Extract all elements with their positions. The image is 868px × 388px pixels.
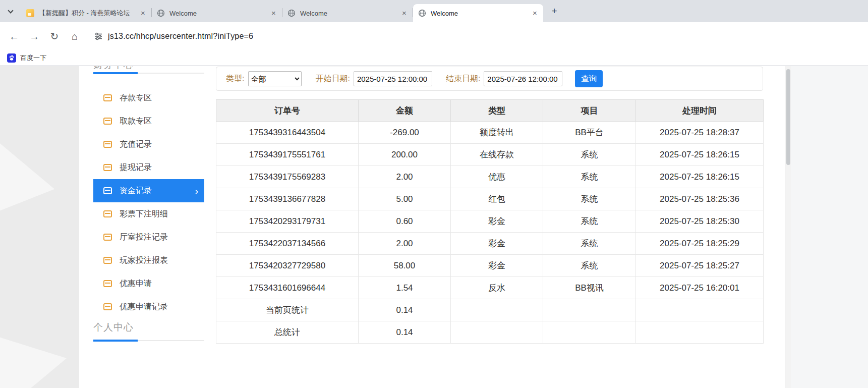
table-cell: 2.00 bbox=[359, 166, 451, 188]
end-date-input[interactable] bbox=[484, 71, 562, 86]
table-cell: 彩金 bbox=[451, 210, 543, 233]
table-cell: 2.00 bbox=[359, 233, 451, 255]
close-tab-icon[interactable]: × bbox=[139, 9, 147, 18]
forum-favicon bbox=[26, 9, 34, 17]
forward-button[interactable]: → bbox=[25, 27, 43, 45]
close-tab-icon[interactable]: × bbox=[400, 9, 409, 18]
type-select[interactable]: 全部 bbox=[248, 71, 302, 86]
tab-separator bbox=[413, 8, 413, 17]
table-cell: 1753439175551761 bbox=[216, 144, 359, 166]
table-cell: 彩金 bbox=[451, 233, 543, 255]
table-row: 当前页统计0.14 bbox=[216, 299, 764, 321]
page-left-decoration bbox=[0, 66, 79, 388]
table-cell: 0.14 bbox=[359, 321, 451, 344]
sidebar-item-withdraw-zone[interactable]: 取款专区 bbox=[93, 109, 204, 133]
close-tab-icon[interactable]: × bbox=[531, 9, 539, 18]
player-bet-report-icon bbox=[103, 257, 112, 264]
table-cell: 1753439316443504 bbox=[216, 122, 359, 144]
browser-tab[interactable]: Welcome× bbox=[413, 4, 543, 22]
browser-tab[interactable]: Welcome× bbox=[152, 4, 282, 22]
table-cell: 系统 bbox=[543, 144, 636, 166]
table-cell bbox=[636, 299, 764, 321]
new-tab-button[interactable]: + bbox=[547, 4, 561, 18]
table-cell bbox=[543, 321, 636, 344]
sidebar-item-recharge-records[interactable]: 充值记录 bbox=[93, 133, 204, 156]
table-row: 1753439316443504-269.00额度转出BB平台2025-07-2… bbox=[216, 122, 764, 144]
table-cell bbox=[636, 321, 764, 344]
sidebar-item-label: 优惠申请 bbox=[120, 279, 152, 289]
start-date-input[interactable] bbox=[354, 71, 432, 86]
table-cell: 1753431601696644 bbox=[216, 277, 359, 299]
table-cell: 0.14 bbox=[359, 299, 451, 321]
table-cell: -269.00 bbox=[359, 122, 451, 144]
sidebar-item-label: 玩家投注报表 bbox=[120, 255, 168, 266]
sidebar-item-withdrawal-records[interactable]: 提现记录 bbox=[93, 156, 204, 179]
site-info-icon[interactable] bbox=[91, 29, 106, 44]
table-row: 17534202931797310.60彩金系统2025-07-25 18:25… bbox=[216, 210, 764, 233]
table-cell: 0.60 bbox=[359, 210, 451, 233]
tab-search-button[interactable] bbox=[4, 4, 18, 18]
sidebar-item-player-bet-report[interactable]: 玩家投注报表 bbox=[93, 249, 204, 272]
sidebar-item-label: 优惠申请记录 bbox=[120, 302, 168, 312]
sidebar-item-lottery-bet-detail[interactable]: 彩票下注明细 bbox=[93, 202, 204, 226]
column-header: 类型 bbox=[451, 100, 543, 122]
table-cell: 2025-07-25 18:25:36 bbox=[636, 188, 764, 210]
sidebar-item-label: 彩票下注明细 bbox=[120, 209, 168, 219]
table-cell: 额度转出 bbox=[451, 122, 543, 144]
search-button[interactable]: 查询 bbox=[575, 70, 603, 87]
sidebar-item-hall-bet-records[interactable]: 厅室投注记录 bbox=[93, 226, 204, 249]
tab-separator bbox=[151, 8, 152, 17]
funds-records-icon bbox=[103, 187, 112, 194]
table-cell: 2025-07-25 18:25:29 bbox=[636, 233, 764, 255]
table-header-row: 订单号金额类型项目处理时间 bbox=[216, 100, 764, 122]
lottery-bet-detail-icon bbox=[103, 210, 112, 217]
back-button[interactable]: ← bbox=[5, 27, 23, 45]
sidebar-item-funds-records[interactable]: 资金记录› bbox=[93, 179, 204, 202]
chevron-down-icon bbox=[8, 8, 13, 13]
table-cell: BB平台 bbox=[543, 122, 636, 144]
hall-bet-records-icon bbox=[103, 234, 112, 241]
filter-bar: 类型: 全部 开始日期: 结束日期: 查询 bbox=[216, 67, 763, 91]
table-cell: 1753420293179731 bbox=[216, 210, 359, 233]
browser-tab[interactable]: Welcome× bbox=[282, 4, 413, 22]
bookmark-label[interactable]: 百度一下 bbox=[20, 53, 46, 63]
table-cell: 当前页统计 bbox=[216, 299, 359, 321]
table-cell: 2025-07-25 18:25:30 bbox=[636, 210, 764, 233]
table-cell: 系统 bbox=[543, 255, 636, 277]
chevron-right-icon: › bbox=[195, 186, 198, 196]
sidebar-item-label: 提现记录 bbox=[120, 162, 152, 173]
tab-title: Welcome bbox=[431, 10, 531, 17]
address-bar-url[interactable]: js13.cc/hhcp/usercenter.html?iniType=6 bbox=[108, 32, 253, 41]
close-tab-icon[interactable]: × bbox=[269, 9, 278, 18]
table-cell: 200.00 bbox=[359, 144, 451, 166]
table-row: 1753439175551761200.00在线存款系统2025-07-25 1… bbox=[216, 144, 764, 166]
sidebar-item-label: 厅室投注记录 bbox=[120, 232, 168, 243]
type-label: 类型: bbox=[226, 74, 244, 84]
end-date-label: 结束日期: bbox=[446, 74, 480, 84]
personal-section-title: 个人中心 bbox=[93, 321, 134, 334]
tab-title: 【新提醒】积分 - 海燕策略论坛 bbox=[39, 9, 139, 18]
browser-tab[interactable]: 【新提醒】积分 - 海燕策略论坛× bbox=[21, 4, 151, 22]
table-cell: 反水 bbox=[451, 277, 543, 299]
scrollbar-thumb[interactable] bbox=[786, 69, 790, 165]
table-cell: 5.00 bbox=[359, 188, 451, 210]
sidebar-item-deposit-zone[interactable]: 存款专区 bbox=[93, 86, 204, 109]
sidebar-item-label: 充值记录 bbox=[120, 139, 152, 150]
personal-section-underline bbox=[93, 340, 204, 341]
tab-title: Welcome bbox=[300, 10, 400, 17]
home-button[interactable]: ⌂ bbox=[66, 27, 84, 45]
sidebar-item-promo-apply-records[interactable]: 优惠申请记录 bbox=[93, 295, 204, 318]
table-cell: 58.00 bbox=[359, 255, 451, 277]
sidebar-item-promo-apply[interactable]: 优惠申请 bbox=[93, 272, 204, 295]
deposit-zone-icon bbox=[103, 94, 112, 101]
right-gutter bbox=[791, 66, 868, 388]
column-header: 金额 bbox=[359, 100, 451, 122]
table-cell: 2025-07-25 18:25:27 bbox=[636, 255, 764, 277]
browser-tab-strip: 【新提醒】积分 - 海燕策略论坛×Welcome×Welcome×Welcome… bbox=[0, 0, 868, 22]
reload-button[interactable]: ↻ bbox=[45, 27, 64, 45]
table-row: 17534316016966441.54反水BB视讯2025-07-25 16:… bbox=[216, 277, 764, 299]
recharge-records-icon bbox=[103, 141, 112, 148]
vertical-scrollbar[interactable] bbox=[785, 66, 791, 388]
table-cell: 1753420327729580 bbox=[216, 255, 359, 277]
table-row: 17534391755692832.00优惠系统2025-07-25 18:26… bbox=[216, 166, 764, 188]
